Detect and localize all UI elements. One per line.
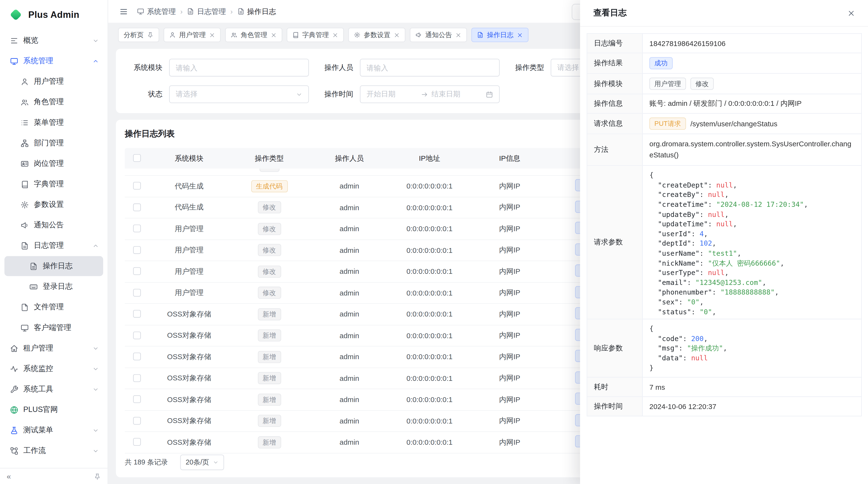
cell-module: 代码生成 <box>149 181 229 191</box>
type-label: 操作类型 <box>511 63 544 72</box>
cell-ip-info: 内网IP <box>470 266 550 277</box>
cell-operator: admin <box>309 182 389 190</box>
sidebar-item-post-management[interactable]: 岗位管理 <box>4 154 103 173</box>
sidebar-item-client-management[interactable]: 客户端管理 <box>4 318 103 338</box>
pin-icon[interactable] <box>94 473 101 480</box>
cell-ip-info: 内网IP <box>470 330 550 340</box>
row-checkbox[interactable] <box>133 438 141 446</box>
row-checkbox[interactable] <box>133 353 141 360</box>
sidebar-item-dept-management[interactable]: 部门管理 <box>4 133 103 153</box>
cell-operator: admin <box>309 331 389 340</box>
row-checkbox[interactable] <box>133 331 141 339</box>
row-checkbox[interactable] <box>133 395 141 403</box>
sidebar-item-user-management[interactable]: 用户管理 <box>4 72 103 92</box>
row-checkbox[interactable] <box>133 267 141 275</box>
hamburger-icon[interactable] <box>119 7 128 16</box>
request-params-scrollarea[interactable]: { "createDept": null, "createBy": null, … <box>643 166 861 319</box>
detail-row-method: 方法 org.dromara.system.controller.system.… <box>587 134 861 166</box>
sidebar-item-overview[interactable]: 概览 <box>4 31 103 51</box>
sidebar-item-notice[interactable]: 通知公告 <box>4 215 103 235</box>
page-size-select[interactable]: 20条/页 <box>180 455 224 470</box>
sidebar-item-file-management[interactable]: 文件管理 <box>4 297 103 317</box>
sidebar-item-system-monitor[interactable]: 系统监控 <box>4 359 103 379</box>
close-icon[interactable] <box>847 9 855 17</box>
module-input-field[interactable] <box>176 63 302 72</box>
cell-module: 用户管理 <box>149 245 229 255</box>
row-checkbox[interactable] <box>133 182 141 190</box>
tab-notice[interactable]: 通知公告 <box>410 28 467 42</box>
sidebar-item-plus-website[interactable]: PLUS官网 <box>4 400 103 420</box>
operation-type-badge: 修改 <box>257 223 281 235</box>
row-checkbox[interactable] <box>133 246 141 254</box>
doc-icon <box>477 32 484 38</box>
cell-ip-info: 内网IP <box>470 373 550 383</box>
row-checkbox[interactable] <box>133 310 141 318</box>
breadcrumb-item-system[interactable]: 系统管理 <box>137 6 176 16</box>
cell-ip: 0:0:0:0:0:0:0:1 <box>390 267 470 276</box>
sidebar-item-log-management[interactable]: 日志管理 <box>4 236 103 256</box>
operation-type-badge: 新增 <box>257 393 281 406</box>
close-icon[interactable] <box>517 32 523 38</box>
pin-icon[interactable] <box>147 32 154 38</box>
column-operator: 操作人员 <box>309 153 389 163</box>
row-checkbox[interactable] <box>133 289 141 296</box>
gear-icon <box>354 32 361 38</box>
tab-param-settings[interactable]: 参数设置 <box>348 28 405 42</box>
column-ip-info: IP信息 <box>470 153 550 163</box>
cell-operator: admin <box>309 225 389 233</box>
operator-input-field[interactable] <box>367 63 493 72</box>
row-checkbox[interactable] <box>133 203 141 211</box>
cell-operator: admin <box>309 417 389 425</box>
detail-row-duration: 耗时 7 ms <box>587 378 861 397</box>
chevron-down-icon <box>93 427 99 433</box>
sidebar-item-system-tools[interactable]: 系统工具 <box>4 379 103 399</box>
http-method-badge: PUT请求 <box>649 118 686 130</box>
row-checkbox[interactable] <box>133 417 141 424</box>
row-checkbox[interactable] <box>133 225 141 232</box>
cell-module: OSS对象存储 <box>149 330 229 340</box>
cell-ip-info: 内网IP <box>470 394 550 405</box>
sidebar-item-workflow[interactable]: 工作流 <box>4 441 103 461</box>
breadcrumb-item-log[interactable]: 日志管理 <box>187 6 226 16</box>
breadcrumb-item-operation-log[interactable]: 操作日志 <box>237 6 276 16</box>
time-range-picker[interactable]: 开始日期 结束日期 <box>360 85 500 103</box>
sidebar-item-operation-log[interactable]: 操作日志 <box>4 256 103 276</box>
detail-row-info: 操作信息 账号: admin / 研发部门 / 0:0:0:0:0:0:0:1 … <box>587 94 861 114</box>
flow-icon <box>10 447 18 455</box>
cell-ip: 0:0:0:0:0:0:0:1 <box>390 395 470 404</box>
close-icon[interactable] <box>332 32 338 38</box>
status-select[interactable]: 请选择 <box>169 85 309 103</box>
sidebar-item-param-settings[interactable]: 参数设置 <box>4 195 103 215</box>
breadcrumb-separator: › <box>180 7 183 16</box>
detail-row-log-id: 日志编号 1842781986426159106 <box>587 34 861 53</box>
select-all-checkbox[interactable] <box>133 154 141 162</box>
tab-analysis-page[interactable]: 分析页 <box>118 28 159 42</box>
module-input[interactable] <box>169 59 309 77</box>
close-icon[interactable] <box>209 32 215 38</box>
detail-row-result: 操作结果 成功 <box>587 53 861 74</box>
row-checkbox[interactable] <box>133 374 141 382</box>
sidebar-menu: 概览 系统管理 用户管理 角色管理 菜单管理 部门管理 <box>0 29 107 468</box>
sidebar-item-login-log[interactable]: 登录日志 <box>4 277 103 297</box>
close-icon[interactable] <box>455 32 461 38</box>
tab-dict-management[interactable]: 字典管理 <box>287 28 344 42</box>
close-icon[interactable] <box>271 32 277 38</box>
cell-ip: 0:0:0:0:0:0:0:1 <box>390 417 470 425</box>
tab-role-management[interactable]: 角色管理 <box>225 28 282 42</box>
sidebar-item-system-management[interactable]: 系统管理 <box>4 51 103 71</box>
close-icon[interactable] <box>394 32 400 38</box>
sidebar-item-dict-management[interactable]: 字典管理 <box>4 174 103 194</box>
users-icon <box>21 98 29 106</box>
sidebar-item-test-menu[interactable]: 测试菜单 <box>4 420 103 440</box>
idcard-icon <box>21 159 29 168</box>
request-params-json: { "createDept": null, "createBy": null, … <box>643 166 861 319</box>
sidebar-item-role-management[interactable]: 角色管理 <box>4 92 103 112</box>
tab-operation-log[interactable]: 操作日志 <box>471 28 528 42</box>
sidebar-collapse-button[interactable]: « <box>7 473 11 480</box>
tab-user-management[interactable]: 用户管理 <box>164 28 221 42</box>
sidebar-item-tenant-management[interactable]: 租户管理 <box>4 338 103 358</box>
monitor-icon <box>137 8 144 15</box>
sidebar-item-menu-management[interactable]: 菜单管理 <box>4 112 103 133</box>
operator-input[interactable] <box>360 59 500 77</box>
column-type: 操作类型 <box>229 153 310 163</box>
